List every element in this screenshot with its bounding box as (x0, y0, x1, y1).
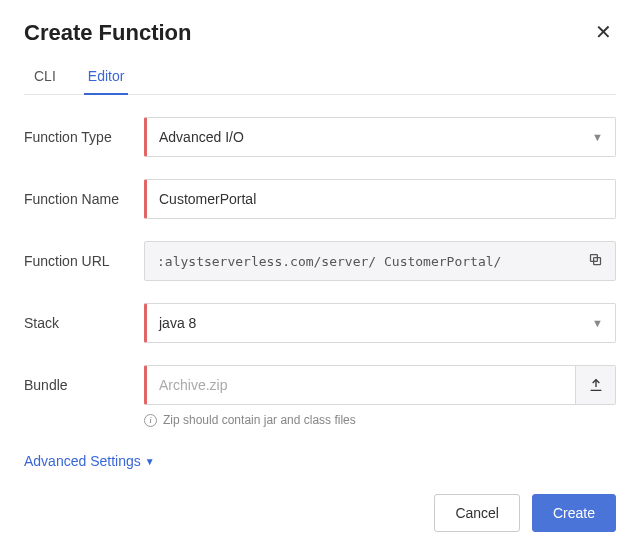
info-icon: i (144, 414, 157, 427)
create-button[interactable]: Create (532, 494, 616, 532)
tab-cli[interactable]: CLI (30, 60, 60, 94)
function-name-label: Function Name (24, 191, 144, 207)
bundle-placeholder: Archive.zip (147, 377, 575, 393)
stack-label: Stack (24, 315, 144, 331)
dialog-title: Create Function (24, 20, 191, 46)
advanced-settings-label: Advanced Settings (24, 453, 141, 469)
chevron-down-icon: ▼ (592, 131, 603, 143)
cancel-button[interactable]: Cancel (434, 494, 520, 532)
tab-editor[interactable]: Editor (84, 60, 129, 94)
bundle-label: Bundle (24, 377, 144, 393)
function-url-display: :alystserverless.com/server/ CustomerPor… (144, 241, 616, 281)
function-url-label: Function URL (24, 253, 144, 269)
bundle-hint: i Zip should contain jar and class files (144, 413, 616, 427)
function-name-input[interactable] (144, 179, 616, 219)
bundle-input[interactable]: Archive.zip (144, 365, 616, 405)
stack-value: java 8 (159, 315, 196, 331)
function-type-select[interactable]: Advanced I/O ▼ (144, 117, 616, 157)
advanced-settings-toggle[interactable]: Advanced Settings ▼ (24, 453, 155, 469)
copy-icon[interactable] (588, 252, 603, 270)
bundle-hint-text: Zip should contain jar and class files (163, 413, 356, 427)
chevron-down-icon: ▼ (592, 317, 603, 329)
tab-bar: CLI Editor (24, 60, 616, 95)
upload-icon[interactable] (575, 366, 615, 404)
function-url-value: :alystserverless.com/server/ CustomerPor… (157, 254, 501, 269)
function-type-value: Advanced I/O (159, 129, 244, 145)
function-type-label: Function Type (24, 129, 144, 145)
stack-select[interactable]: java 8 ▼ (144, 303, 616, 343)
triangle-down-icon: ▼ (145, 456, 155, 467)
close-icon[interactable]: ✕ (591, 20, 616, 44)
